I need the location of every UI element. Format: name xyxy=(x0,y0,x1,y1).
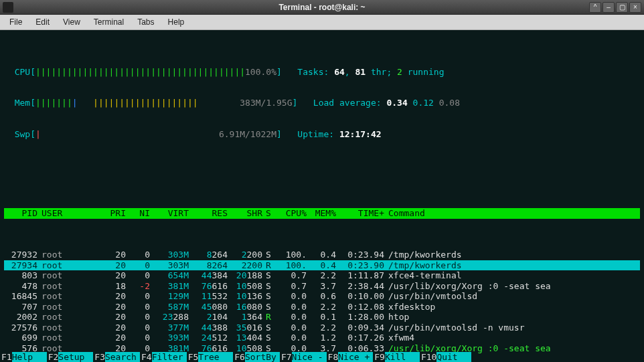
maximize-button[interactable]: ▢ xyxy=(616,2,628,13)
cell-mem: 2.2 xyxy=(307,270,336,281)
fkey-f10[interactable]: F10 xyxy=(420,352,436,363)
menu-terminal[interactable]: Terminal xyxy=(88,16,129,28)
cell-cpu: 0.0 xyxy=(274,312,307,323)
cell-cpu: 0.0 xyxy=(274,333,307,343)
table-row[interactable]: 803root200654M4438420188S0.72.21:11.87xf… xyxy=(4,270,640,281)
load-15: 0.08 xyxy=(439,98,460,108)
cell-cmd: /usr/bin/vmtoolsd -n vmusr xyxy=(384,323,640,333)
fkey-f5[interactable]: F5 xyxy=(187,352,199,363)
cell-ni: 0 xyxy=(126,302,150,312)
tasks-count: 64 xyxy=(334,67,345,78)
col-time[interactable]: TIME+ xyxy=(336,208,384,219)
cell-s: S xyxy=(262,333,274,343)
cell-user: root xyxy=(37,250,99,260)
cell-pid: 27576 xyxy=(4,323,37,333)
fkey-label-f2[interactable]: Setup xyxy=(58,352,93,363)
process-table-header[interactable]: PID USER PRI NI VIRT RES SHR S CPU% MEM%… xyxy=(4,208,640,219)
minimize-button[interactable]: – xyxy=(602,2,615,13)
cell-mem: 0.4 xyxy=(307,260,336,271)
rollup-button[interactable]: ^ xyxy=(589,2,601,13)
cell-cpu: 0.0 xyxy=(274,323,307,333)
fkey-f8[interactable]: F8 xyxy=(327,352,339,363)
table-row[interactable]: 16845root200129M1153210136S0.00.60:10.00… xyxy=(4,291,640,302)
fkey-label-f6[interactable]: SortBy xyxy=(245,352,280,363)
fkey-f6[interactable]: F6 xyxy=(233,352,245,363)
cell-pid: 16845 xyxy=(4,291,37,302)
col-s[interactable]: S xyxy=(262,208,274,219)
menu-help[interactable]: Help xyxy=(163,16,190,28)
table-row[interactable]: 27932root200303M82642200S100.0.40:23.94/… xyxy=(4,250,640,260)
table-row[interactable]: 478root18-2381M7661610508S0.73.72:38.44/… xyxy=(4,281,640,292)
cell-user: root xyxy=(37,291,99,302)
table-row[interactable]: 27934root200303M82642200R100.0.40:23.90/… xyxy=(4,260,640,271)
col-res[interactable]: RES xyxy=(189,208,228,219)
fkey-f3[interactable]: F3 xyxy=(93,352,105,363)
fkey-label-f1[interactable]: Help xyxy=(12,352,47,363)
fkey-f1[interactable]: F1 xyxy=(0,352,12,363)
table-row[interactable]: 699root200393M2451213404S0.01.20:17.26xf… xyxy=(4,333,640,343)
cell-s: R xyxy=(262,312,274,323)
col-cmd[interactable]: Command xyxy=(384,208,640,219)
col-pid[interactable]: PID xyxy=(4,208,37,219)
cell-s: S xyxy=(262,291,274,302)
cell-s: R xyxy=(262,260,274,271)
col-user[interactable]: USER xyxy=(37,208,99,219)
cell-s: S xyxy=(262,270,274,281)
menu-view[interactable]: View xyxy=(58,16,86,28)
cell-pri: 20 xyxy=(99,291,126,302)
cell-time: 0:17.26 xyxy=(336,333,384,343)
cell-pri: 20 xyxy=(99,333,126,343)
cell-time: 0:23.90 xyxy=(336,260,384,271)
fkey-f4[interactable]: F4 xyxy=(140,352,152,363)
cell-pid: 803 xyxy=(4,270,37,281)
cell-cpu: 100. xyxy=(274,250,307,260)
col-pri[interactable]: PRI xyxy=(99,208,126,219)
col-cpu[interactable]: CPU% xyxy=(274,208,307,219)
cell-user: root xyxy=(37,333,99,343)
col-ni[interactable]: NI xyxy=(126,208,150,219)
cell-ni: 0 xyxy=(126,250,150,260)
cell-cmd: /tmp/kworkerds xyxy=(384,260,640,271)
fkey-label-f3[interactable]: Search xyxy=(105,352,140,363)
window-titlebar: Terminal - root@kali: ~ ^ – ▢ × xyxy=(0,0,644,15)
fkey-f7[interactable]: F7 xyxy=(280,352,292,363)
fkey-label-f7[interactable]: Nice - xyxy=(292,352,327,363)
table-row[interactable]: 27576root200377M4438835016S0.02.20:09.34… xyxy=(4,323,640,333)
cell-user: root xyxy=(37,260,99,271)
cell-user: root xyxy=(37,281,99,292)
uptime-value: 12:17:42 xyxy=(339,129,382,140)
fkey-label-f10[interactable]: Quit xyxy=(436,352,471,363)
cell-pri: 20 xyxy=(99,250,126,260)
menu-tabs[interactable]: Tabs xyxy=(132,16,159,28)
fkey-f2[interactable]: F2 xyxy=(47,352,59,363)
cell-pid: 27934 xyxy=(4,260,37,271)
fkey-label-f9[interactable]: Kill xyxy=(385,352,420,363)
cell-user: root xyxy=(37,312,99,323)
col-virt[interactable]: VIRT xyxy=(150,208,189,219)
col-mem[interactable]: MEM% xyxy=(307,208,336,219)
close-button[interactable]: × xyxy=(629,2,641,13)
fkey-f9[interactable]: F9 xyxy=(373,352,385,363)
cell-ni: 0 xyxy=(126,323,150,333)
process-table-body[interactable]: 27932root200303M82642200S100.0.40:23.94/… xyxy=(4,250,640,362)
cell-cpu: 100. xyxy=(274,260,307,271)
table-row[interactable]: 2002root2002328821041364R0.00.11:28.00ht… xyxy=(4,312,640,323)
fkey-label-f5[interactable]: Tree xyxy=(198,352,233,363)
fkey-label-f4[interactable]: Filter xyxy=(152,352,187,363)
menu-file[interactable]: File xyxy=(4,16,27,28)
uptime-label: Uptime: xyxy=(297,129,339,140)
cell-cmd: xfwm4 xyxy=(384,333,640,343)
menu-edit[interactable]: Edit xyxy=(30,16,55,28)
table-row[interactable]: 707root200587M4508016080S0.02.20:12.08xf… xyxy=(4,302,640,312)
cell-pri: 20 xyxy=(99,260,126,271)
mem-value: 383M/1.95G xyxy=(240,98,292,108)
terminal-content[interactable]: CPU[||||||||||||||||||||||||||||||||||||… xyxy=(0,30,644,362)
cell-pid: 27932 xyxy=(4,250,37,260)
cell-cpu: 0.0 xyxy=(274,302,307,312)
threads-count: 81 xyxy=(355,67,366,78)
col-shr[interactable]: SHR xyxy=(228,208,262,219)
cell-mem: 0.6 xyxy=(307,291,336,302)
fkey-label-f8[interactable]: Nice + xyxy=(338,352,373,363)
cell-pri: 20 xyxy=(99,323,126,333)
cell-cpu: 0.7 xyxy=(274,281,307,292)
